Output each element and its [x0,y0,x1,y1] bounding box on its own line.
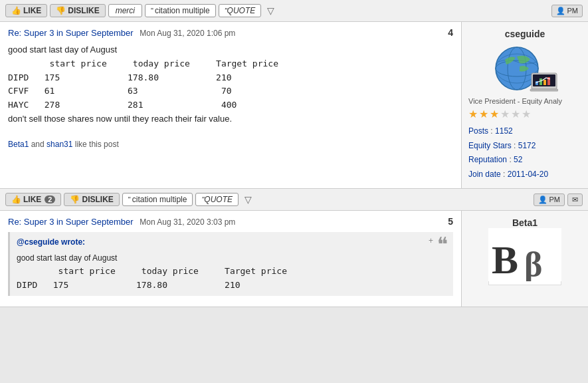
expand-plus-btn[interactable]: + [429,235,433,247]
star5: ★ [511,108,520,120]
post2-pm-label: PM [549,195,561,203]
post2-body: @cseguide wrote: + − ❝ good start last d… [8,232,453,296]
post1-like-info: Beta1 and shan31 like this post [8,134,453,149]
star2: ★ [479,108,488,120]
thumbs-down-icon: 👎 [56,6,66,15]
globe-svg [492,43,558,93]
merch-button[interactable]: merci [108,4,142,17]
post2-thumbs-down-icon: 👎 [70,195,80,204]
post2-content: Re: Super 3 in Super September Mon Aug 3… [0,211,462,307]
post1-action-bar: 👍 LIKE 👎 DISLIKE merci " citation multip… [0,0,588,22]
post1-row: Re: Super 3 in Super September Mon Aug 3… [0,22,588,189]
post2-quote-open-icon: " [128,195,131,203]
post1-sidebar: cseguide [462,22,588,188]
post2-row: Re: Super 3 in Super September Mon Aug 3… [0,211,588,307]
post2-quote-block: @cseguide wrote: + − ❝ good start last d… [8,232,453,296]
post1-body: good start last day of August start pric… [8,43,453,126]
join-date-stat: Join date : 2011-04-20 [468,168,581,182]
svg-rect-8 [543,80,546,85]
reputation-stat: Reputation : 52 [468,153,581,168]
like-label: LIKE [23,6,41,15]
equity-stars-label: Equity Stars [468,141,512,150]
post2-like-label: LIKE [23,195,41,204]
post1-action-right: 👤 PM [551,5,583,17]
beta-text: B β [488,228,561,290]
post1-body-line1: good start last day of August [8,43,453,57]
star3: ★ [490,108,499,120]
mail-icon: ✉ [572,195,578,204]
post2-quote-label: QUOTE [204,195,233,204]
post1-action-left: 👍 LIKE 👎 DISLIKE merci " citation multip… [5,4,278,17]
beta-logo-svg: B β [488,228,561,281]
citation-label: citation multiple [155,6,210,15]
post2-thumbs-up-icon: 👍 [11,195,21,204]
star4: ★ [500,108,510,120]
svg-text:β: β [524,245,542,281]
post2-quote-author: @cseguide wrote: [17,236,446,249]
star1: ★ [468,108,478,120]
user-icon: 👤 [556,7,565,15]
pm-button[interactable]: 👤 PM [551,5,583,17]
post1-title-link[interactable]: Re: Super 3 in Super September [8,28,134,38]
star6: ★ [522,108,531,120]
post1-number: 4 [448,27,453,38]
post2-action-bar: 👍 LIKE 2 👎 DISLIKE " citation multiple "… [0,189,588,211]
post2-citation-label: citation multiple [132,195,187,204]
post1-title-area: Re: Super 3 in Super September Mon Aug 3… [8,28,235,38]
post2-sidebar: Beta1 B β [462,211,588,307]
svg-rect-10 [530,89,558,91]
post2-citation-button[interactable]: " citation multiple [122,193,193,206]
post2-pm-button[interactable]: 👤 PM [534,193,565,206]
post1-stock-table: start price today price Target price DIP… [8,57,453,112]
join-date-label: Join date [468,170,501,179]
pm-label: PM [567,7,579,15]
flag-button[interactable]: ▽ [264,4,278,17]
post2-title-link[interactable]: Re: Super 3 in Super September [8,217,134,227]
quote-open-decoration: ❝ [437,235,448,255]
post2-mail-button[interactable]: ✉ [567,193,583,206]
quote-open-icon: " [151,7,153,15]
post1-stars: ★ ★ ★ ★ ★ ★ [468,108,581,120]
equity-stars-value: 5172 [518,141,536,150]
svg-rect-7 [539,78,542,85]
post2-user-icon: 👤 [538,195,547,204]
like-button[interactable]: 👍 LIKE [5,4,47,17]
post2-quote-body-line1: good start last day of August [17,252,446,265]
post2-action-right: 👤 PM ✉ [534,193,583,206]
main-container: 👍 LIKE 👎 DISLIKE merci " citation multip… [0,0,588,307]
merch-label: merci [116,6,135,15]
reputation-label: Reputation [468,155,507,164]
post1-date: Mon Aug 31, 2020 1:06 pm [140,29,235,38]
thumbs-up-icon: 👍 [11,6,21,15]
post1-username: cseguide [468,29,581,39]
quote-button[interactable]: " QUOTE [219,4,262,17]
post1-body-footer: don't sell those shares now until they r… [8,112,453,126]
post2-quote-button[interactable]: " QUOTE [195,193,239,206]
svg-text:B: B [492,238,518,281]
like-user2-link[interactable]: shan31 [47,140,72,149]
posts-stat: Posts : 1152 [468,124,581,139]
dislike-button[interactable]: 👎 DISLIKE [50,4,105,17]
equity-stars-stat: Equity Stars : 5172 [468,139,581,154]
post2-action-left: 👍 LIKE 2 👎 DISLIKE " citation multiple "… [5,193,255,206]
post2-username: Beta1 [468,217,581,228]
post2-like-button[interactable]: 👍 LIKE 2 [5,193,61,206]
post2-dislike-button[interactable]: 👎 DISLIKE [64,193,119,206]
post2-header: Re: Super 3 in Super September Mon Aug 3… [8,216,453,227]
post2-quote-table: start price today price Target price DIP… [17,265,446,293]
posts-label: Posts [468,126,488,136]
join-date-value: 2011-04-20 [508,170,548,179]
like-user1-link[interactable]: Beta1 [8,140,29,149]
post1-user-stats: Posts : 1152 Equity Stars : 5172 Reputat… [468,124,581,182]
post1-user-title: Vice President - Equity Analy [468,97,581,105]
posts-value: 1152 [495,126,513,136]
post1-content: Re: Super 3 in Super September Mon Aug 3… [0,22,462,188]
post2-dislike-label: DISLIKE [82,195,113,204]
citation-multiple-button[interactable]: " citation multiple [145,4,216,17]
reputation-value: 52 [514,155,522,164]
post1-avatar [492,43,558,93]
post2-number: 5 [448,216,453,227]
post2-avatar: B β [488,232,561,285]
post2-flag-button[interactable]: ▽ [241,193,255,206]
post2-like-count: 2 [45,195,55,203]
